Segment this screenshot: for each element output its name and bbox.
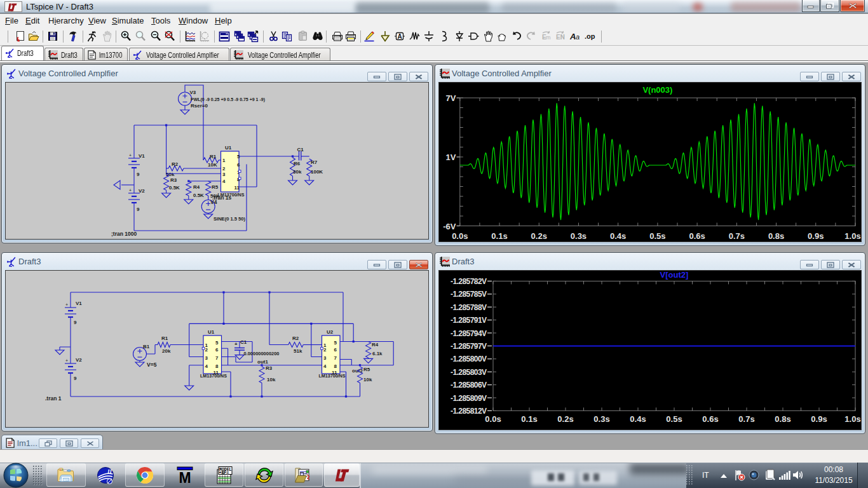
svg-text:0.8s: 0.8s bbox=[775, 414, 790, 424]
svg-text:8: 8 bbox=[215, 363, 219, 369]
svg-text:;tran 1000: ;tran 1000 bbox=[111, 231, 137, 237]
svg-text:20k: 20k bbox=[162, 348, 171, 354]
svg-text:0.000000000200: 0.000000000200 bbox=[244, 351, 280, 356]
svg-text:4: 4 bbox=[222, 179, 226, 184]
svg-text:0.5K: 0.5K bbox=[169, 185, 180, 191]
svg-text:V4: V4 bbox=[210, 199, 217, 205]
svg-text:-1.285785V: -1.285785V bbox=[451, 290, 487, 299]
svg-text:R6: R6 bbox=[294, 161, 301, 166]
svg-text:1V: 1V bbox=[446, 152, 456, 162]
svg-text:-1.285806V: -1.285806V bbox=[451, 381, 487, 390]
svg-text:U2: U2 bbox=[327, 329, 334, 335]
svg-text:0.9s: 0.9s bbox=[808, 231, 824, 241]
svg-text:R2: R2 bbox=[172, 161, 179, 167]
svg-text:V2: V2 bbox=[139, 188, 145, 194]
svg-text:+: + bbox=[129, 153, 132, 158]
svg-text:LM13700/NS: LM13700/NS bbox=[218, 192, 245, 198]
svg-text:U1: U1 bbox=[225, 145, 232, 151]
svg-text:0.6s: 0.6s bbox=[689, 231, 705, 241]
svg-text:9: 9 bbox=[74, 320, 77, 325]
svg-text:LM13700/NS: LM13700/NS bbox=[200, 373, 227, 379]
svg-text:R3: R3 bbox=[170, 177, 177, 183]
svg-text:LM13700/NS: LM13700/NS bbox=[319, 373, 346, 379]
svg-text:A: A bbox=[397, 33, 402, 40]
svg-text:0.0s: 0.0s bbox=[452, 231, 468, 241]
svg-text:-1.285809V: -1.285809V bbox=[451, 394, 487, 403]
svg-text:9: 9 bbox=[137, 172, 140, 177]
svg-text:0.0s: 0.0s bbox=[485, 414, 501, 424]
svg-text:10k: 10k bbox=[363, 377, 372, 383]
svg-text:51k: 51k bbox=[294, 348, 302, 354]
svg-text:0.3s: 0.3s bbox=[593, 414, 609, 424]
svg-text:100K: 100K bbox=[311, 169, 323, 175]
svg-text:50k: 50k bbox=[166, 172, 175, 177]
svg-text:1.0s: 1.0s bbox=[844, 414, 860, 424]
svg-text:U1: U1 bbox=[208, 329, 215, 335]
svg-text:7: 7 bbox=[334, 355, 337, 361]
svg-text:a: a bbox=[576, 33, 580, 41]
svg-text:+: + bbox=[65, 358, 68, 363]
svg-text:4: 4 bbox=[205, 363, 208, 369]
svg-text:B1: B1 bbox=[143, 344, 150, 349]
svg-text:R2: R2 bbox=[292, 336, 299, 341]
svg-text:0.4s: 0.4s bbox=[630, 414, 646, 424]
svg-text:V=5: V=5 bbox=[147, 362, 157, 368]
svg-text:PWL(0 -9 0.25 +9 0.5 -9 0.75 +: PWL(0 -9 0.25 +9 0.5 -9 0.75 +9 1 -9) bbox=[191, 97, 265, 102]
svg-text:5: 5 bbox=[334, 340, 337, 346]
svg-text:1: 1 bbox=[222, 158, 226, 163]
svg-text:7V: 7V bbox=[446, 93, 456, 103]
svg-text:9: 9 bbox=[137, 207, 140, 212]
svg-text:R4: R4 bbox=[193, 184, 200, 190]
svg-text:6.1k: 6.1k bbox=[372, 351, 383, 356]
svg-text:-1.285788V: -1.285788V bbox=[451, 303, 487, 312]
svg-text:R5: R5 bbox=[212, 184, 219, 190]
svg-text:0.7s: 0.7s bbox=[729, 231, 745, 241]
svg-text:0.2s: 0.2s bbox=[531, 231, 547, 241]
svg-text:R1: R1 bbox=[161, 336, 168, 341]
svg-text:0.3s: 0.3s bbox=[571, 231, 587, 241]
svg-text:3: 3 bbox=[205, 355, 208, 361]
svg-text:7: 7 bbox=[215, 355, 219, 361]
svg-text:+BF=: +BF= bbox=[219, 471, 229, 475]
svg-text:.op: .op bbox=[585, 32, 595, 40]
svg-text:0.7s: 0.7s bbox=[738, 414, 754, 424]
svg-text:0.9s: 0.9s bbox=[811, 414, 827, 424]
svg-text:+: + bbox=[65, 302, 68, 307]
svg-text:4: 4 bbox=[323, 363, 327, 369]
svg-text:V2: V2 bbox=[76, 357, 82, 363]
svg-text:-1.285803V: -1.285803V bbox=[451, 368, 487, 377]
svg-text:-1.285791V: -1.285791V bbox=[451, 316, 487, 325]
svg-text:0.1s: 0.1s bbox=[491, 231, 507, 241]
svg-text:11: 11 bbox=[234, 185, 240, 191]
svg-text:R1: R1 bbox=[210, 154, 217, 159]
svg-text:1.0s: 1.0s bbox=[844, 231, 860, 241]
svg-text:6: 6 bbox=[215, 347, 219, 353]
svg-text:R3: R3 bbox=[266, 365, 273, 371]
svg-text:3: 3 bbox=[323, 355, 327, 361]
svg-text:V(n003): V(n003) bbox=[642, 85, 672, 95]
svg-text:+: + bbox=[129, 188, 132, 193]
svg-text:II: II bbox=[107, 468, 112, 475]
svg-text:2: 2 bbox=[323, 347, 327, 353]
svg-text:10k: 10k bbox=[267, 377, 276, 383]
svg-text:-1.285794V: -1.285794V bbox=[451, 329, 487, 338]
svg-text:0.4s: 0.4s bbox=[610, 231, 626, 241]
svg-text:M: M bbox=[179, 470, 191, 485]
svg-text:-1.285812V: -1.285812V bbox=[451, 407, 487, 416]
svg-text:C1: C1 bbox=[240, 339, 247, 345]
svg-text:A: A bbox=[569, 32, 576, 41]
svg-text:0.5s: 0.5s bbox=[649, 231, 665, 241]
svg-text:𝚴: 𝚴 bbox=[560, 34, 566, 41]
svg-text:0.5K: 0.5K bbox=[193, 193, 204, 198]
svg-text:SINE(0 1.5 50): SINE(0 1.5 50) bbox=[214, 216, 245, 222]
svg-text:+: + bbox=[234, 341, 238, 347]
svg-text:.tran 1: .tran 1 bbox=[45, 395, 62, 402]
svg-text:V[out2]: V[out2] bbox=[660, 270, 689, 280]
svg-text:m: m bbox=[546, 34, 551, 41]
svg-text:6: 6 bbox=[237, 162, 240, 168]
svg-text:6: 6 bbox=[334, 347, 337, 353]
svg-text:V1: V1 bbox=[139, 153, 145, 159]
svg-text:R5: R5 bbox=[363, 367, 370, 372]
svg-text:C1: C1 bbox=[297, 147, 304, 152]
svg-text:-1.285782V: -1.285782V bbox=[451, 277, 487, 286]
